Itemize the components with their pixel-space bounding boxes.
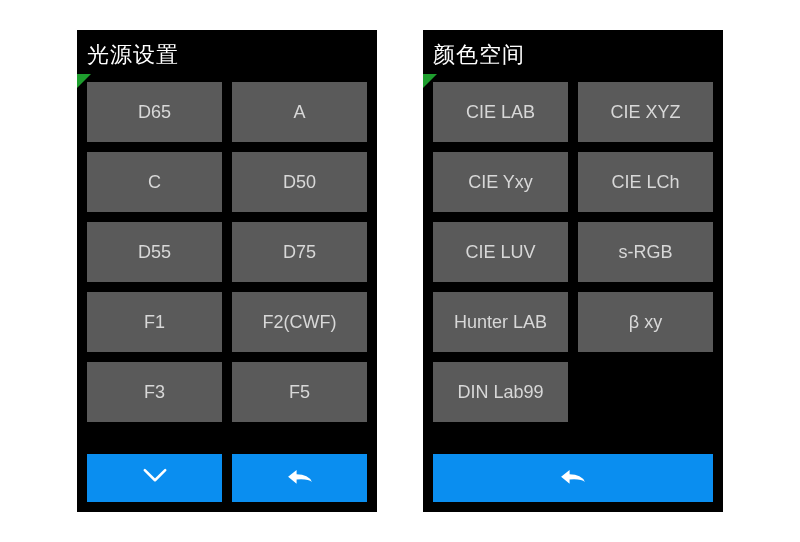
option-d65[interactable]: D65 — [87, 82, 222, 142]
panel-title-color-space: 颜色空间 — [423, 30, 723, 76]
panel-light-source: 光源设置 D65 A C D50 D55 D75 F1 F2(CWF) F3 F… — [77, 30, 377, 512]
page-down-button[interactable] — [87, 454, 222, 502]
color-space-option-grid: CIE LAB CIE XYZ CIE Yxy CIE LCh CIE LUV … — [423, 76, 723, 444]
chevron-down-icon — [138, 463, 172, 493]
option-c[interactable]: C — [87, 152, 222, 212]
option-f3[interactable]: F3 — [87, 362, 222, 422]
back-button[interactable] — [433, 454, 713, 502]
option-f5[interactable]: F5 — [232, 362, 367, 422]
back-arrow-icon — [556, 463, 590, 493]
option-srgb[interactable]: s-RGB — [578, 222, 713, 282]
option-a[interactable]: A — [232, 82, 367, 142]
back-arrow-icon — [283, 463, 317, 493]
option-f2cwf[interactable]: F2(CWF) — [232, 292, 367, 352]
light-source-option-grid: D65 A C D50 D55 D75 F1 F2(CWF) F3 F5 — [77, 76, 377, 444]
option-d50[interactable]: D50 — [232, 152, 367, 212]
footer-light-source — [77, 444, 377, 512]
option-cie-luv[interactable]: CIE LUV — [433, 222, 568, 282]
option-beta-xy[interactable]: β xy — [578, 292, 713, 352]
footer-color-space — [423, 444, 723, 512]
option-hunter-lab[interactable]: Hunter LAB — [433, 292, 568, 352]
option-din-lab99[interactable]: DIN Lab99 — [433, 362, 568, 422]
option-cie-lab[interactable]: CIE LAB — [433, 82, 568, 142]
option-d55[interactable]: D55 — [87, 222, 222, 282]
option-cie-xyz[interactable]: CIE XYZ — [578, 82, 713, 142]
selection-corner-indicator — [423, 74, 437, 88]
option-f1[interactable]: F1 — [87, 292, 222, 352]
option-cie-lch[interactable]: CIE LCh — [578, 152, 713, 212]
back-button[interactable] — [232, 454, 367, 502]
option-cie-yxy[interactable]: CIE Yxy — [433, 152, 568, 212]
option-d75[interactable]: D75 — [232, 222, 367, 282]
panel-color-space: 颜色空间 CIE LAB CIE XYZ CIE Yxy CIE LCh CIE… — [423, 30, 723, 512]
selection-corner-indicator — [77, 74, 91, 88]
panel-title-light-source: 光源设置 — [77, 30, 377, 76]
